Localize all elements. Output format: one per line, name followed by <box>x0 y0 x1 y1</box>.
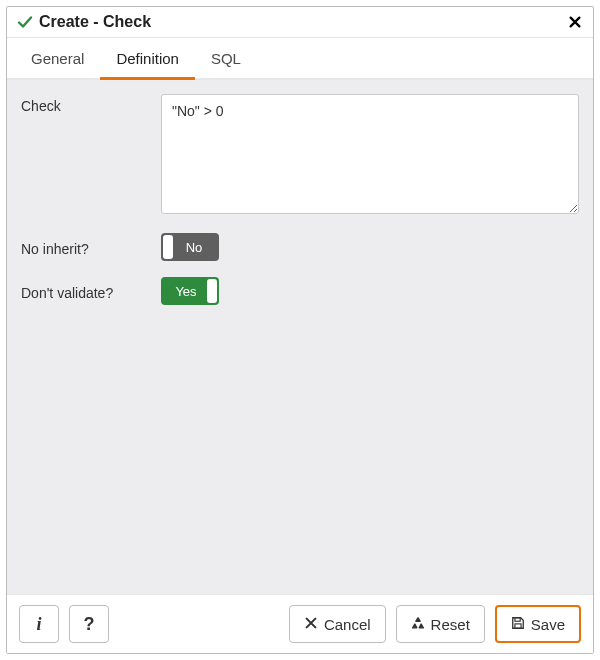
row-dont-validate: Don't validate? Yes <box>21 277 579 305</box>
info-icon: i <box>36 614 41 635</box>
tab-general[interactable]: General <box>15 40 100 80</box>
titlebar: Create - Check <box>7 7 593 38</box>
check-input[interactable] <box>161 94 579 214</box>
no-inherit-toggle[interactable]: No <box>161 233 219 261</box>
check-control <box>161 94 579 217</box>
info-button[interactable]: i <box>19 605 59 643</box>
dont-validate-toggle-label: Yes <box>175 284 196 299</box>
dialog-title: Create - Check <box>39 13 151 31</box>
row-check: Check <box>21 94 579 217</box>
no-inherit-control: No <box>161 233 579 261</box>
close-icon[interactable] <box>567 14 583 30</box>
footer: i ? Cancel Reset <box>7 594 593 653</box>
tab-sql[interactable]: SQL <box>195 40 257 80</box>
svg-rect-0 <box>515 617 520 621</box>
cancel-button[interactable]: Cancel <box>289 605 386 643</box>
reset-button-label: Reset <box>431 616 470 633</box>
toggle-knob <box>207 279 217 303</box>
reset-button[interactable]: Reset <box>396 605 485 643</box>
tabs: General Definition SQL <box>7 38 593 80</box>
toggle-knob <box>163 235 173 259</box>
save-button-label: Save <box>531 616 565 633</box>
no-inherit-toggle-label: No <box>186 240 203 255</box>
tab-definition[interactable]: Definition <box>100 40 195 80</box>
row-no-inherit: No inherit? No <box>21 233 579 261</box>
close-icon <box>304 616 318 633</box>
help-button[interactable]: ? <box>69 605 109 643</box>
save-button[interactable]: Save <box>495 605 581 643</box>
save-icon <box>511 616 525 633</box>
dialog-body: Check No inherit? No Don't validate? Yes <box>7 80 593 594</box>
check-label: Check <box>21 94 161 114</box>
dont-validate-toggle[interactable]: Yes <box>161 277 219 305</box>
help-icon: ? <box>84 614 95 635</box>
dont-validate-label: Don't validate? <box>21 281 161 301</box>
dont-validate-control: Yes <box>161 277 579 305</box>
recycle-icon <box>411 616 425 633</box>
check-icon <box>17 14 33 30</box>
no-inherit-label: No inherit? <box>21 237 161 257</box>
cancel-button-label: Cancel <box>324 616 371 633</box>
create-check-dialog: Create - Check General Definition SQL Ch… <box>6 6 594 654</box>
